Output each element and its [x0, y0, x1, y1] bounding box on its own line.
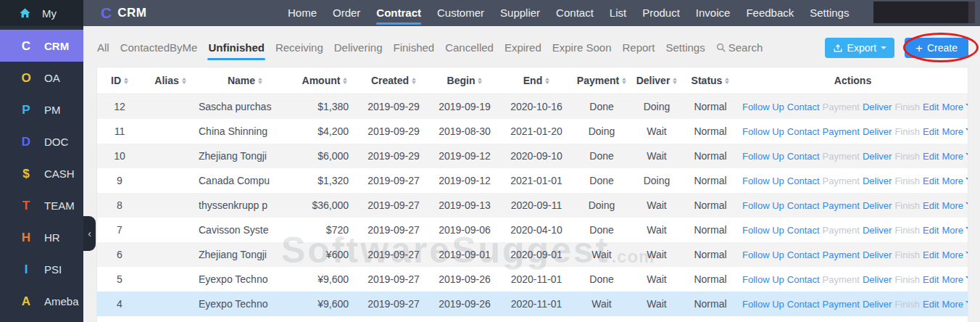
- action-follow-up[interactable]: Follow Up: [742, 176, 784, 186]
- action-edit[interactable]: Edit: [923, 102, 939, 112]
- column-header-name[interactable]: Name: [199, 75, 291, 86]
- action-edit[interactable]: Edit: [923, 126, 939, 137]
- column-header-deliver[interactable]: Deliver: [631, 75, 683, 86]
- tab-finished[interactable]: Finished: [392, 38, 435, 57]
- tab-expire-soon[interactable]: Expire Soon: [552, 38, 612, 57]
- table-row[interactable]: 10Zhejiang Tongji$6,0002019-09-292019-09…: [97, 144, 968, 168]
- action-contact[interactable]: Contact: [787, 151, 820, 162]
- table-row[interactable]: 12Sascha purchas$1,3802019-09-292019-09-…: [97, 94, 968, 119]
- table-row[interactable]: 5Eyexpo Techno¥9,6002019-09-272019-09-26…: [97, 267, 968, 292]
- sort-icon[interactable]: [622, 75, 626, 86]
- action-contact[interactable]: Contact: [787, 225, 820, 236]
- column-header-payment[interactable]: Payment: [573, 75, 631, 86]
- action-contact[interactable]: Contact: [787, 274, 820, 285]
- action-edit[interactable]: Edit: [923, 151, 939, 162]
- sidebar-item-psi[interactable]: IPSI: [0, 253, 83, 285]
- sort-icon[interactable]: [545, 75, 549, 86]
- table-row[interactable]: 7Cavisson Syste$7202019-09-272019-09-062…: [97, 218, 968, 242]
- column-header-end[interactable]: End: [500, 75, 573, 86]
- action-deliver[interactable]: Deliver: [863, 151, 892, 162]
- action-follow-up[interactable]: Follow Up: [742, 151, 784, 162]
- action-edit[interactable]: Edit: [923, 299, 939, 310]
- action-follow-up[interactable]: Follow Up: [742, 274, 784, 285]
- app-logo[interactable]: C CRM: [101, 0, 146, 26]
- top-menu-item-settings[interactable]: Settings: [810, 0, 849, 26]
- sidebar-item-doc[interactable]: DDOC: [0, 125, 83, 157]
- sidebar-item-ameba[interactable]: AAmeba: [0, 285, 83, 317]
- sort-icon[interactable]: [478, 75, 482, 86]
- sidebar-item-team[interactable]: TTEAM: [0, 189, 83, 221]
- action-more[interactable]: More: [942, 126, 968, 137]
- table-row[interactable]: 11China Shinning$4,2002019-09-292019-08-…: [97, 119, 968, 144]
- sort-icon[interactable]: [124, 75, 128, 86]
- top-menu-item-list[interactable]: List: [610, 0, 626, 26]
- sidebar-item-crm[interactable]: CCRM: [0, 30, 83, 62]
- tab-search[interactable]: Search: [715, 38, 764, 57]
- sidebar-item-my[interactable]: My: [0, 0, 83, 26]
- sort-icon[interactable]: [258, 75, 262, 86]
- column-header-amount[interactable]: Amount: [291, 75, 358, 86]
- action-follow-up[interactable]: Follow Up: [742, 200, 784, 211]
- tab-cancelled[interactable]: Cancelled: [444, 38, 494, 57]
- action-deliver[interactable]: Deliver: [863, 274, 892, 285]
- action-follow-up[interactable]: Follow Up: [742, 299, 784, 310]
- table-row[interactable]: 4Eyexpo Techno¥9,6002019-09-272019-09-26…: [97, 292, 968, 316]
- action-deliver[interactable]: Deliver: [863, 126, 892, 137]
- action-edit[interactable]: Edit: [923, 176, 939, 186]
- tab-unfinished[interactable]: Unfinished: [207, 38, 265, 57]
- action-follow-up[interactable]: Follow Up: [742, 225, 784, 236]
- tab-expired[interactable]: Expired: [504, 38, 542, 57]
- top-menu-item-product[interactable]: Product: [642, 0, 680, 26]
- action-edit[interactable]: Edit: [923, 249, 939, 260]
- action-deliver[interactable]: Deliver: [863, 200, 892, 211]
- tab-delivering[interactable]: Delivering: [333, 38, 383, 57]
- action-contact[interactable]: Contact: [787, 200, 820, 211]
- top-menu-item-supplier[interactable]: Supplier: [500, 0, 540, 26]
- column-header-status[interactable]: Status: [683, 75, 738, 86]
- export-button[interactable]: Export: [825, 38, 894, 58]
- tab-contactedbyme[interactable]: ContactedByMe: [120, 38, 199, 57]
- action-more[interactable]: More: [942, 102, 968, 112]
- action-follow-up[interactable]: Follow Up: [742, 126, 784, 137]
- action-contact[interactable]: Contact: [787, 102, 820, 112]
- top-menu-item-customer[interactable]: Customer: [437, 0, 484, 26]
- sort-icon[interactable]: [673, 75, 677, 86]
- top-menu-item-order[interactable]: Order: [333, 0, 360, 26]
- sidebar-item-cash[interactable]: $CASH: [0, 157, 83, 189]
- action-more[interactable]: More: [942, 299, 968, 310]
- column-header-begin[interactable]: Begin: [429, 75, 500, 86]
- action-follow-up[interactable]: Follow Up: [742, 249, 784, 260]
- action-payment[interactable]: Payment: [823, 200, 860, 211]
- top-menu-item-feedback[interactable]: Feedback: [746, 0, 794, 26]
- sort-icon[interactable]: [725, 75, 729, 86]
- action-contact[interactable]: Contact: [787, 126, 820, 137]
- action-payment[interactable]: Payment: [823, 299, 860, 310]
- sidebar-item-hr[interactable]: HHR: [0, 221, 83, 253]
- action-contact[interactable]: Contact: [787, 176, 820, 186]
- action-more[interactable]: More: [942, 151, 968, 162]
- tab-receiving[interactable]: Receiving: [275, 38, 324, 57]
- action-deliver[interactable]: Deliver: [863, 176, 892, 186]
- sort-icon[interactable]: [412, 75, 416, 86]
- action-deliver[interactable]: Deliver: [863, 225, 892, 236]
- action-payment[interactable]: Payment: [823, 126, 860, 137]
- action-deliver[interactable]: Deliver: [863, 249, 892, 260]
- sort-icon[interactable]: [343, 75, 347, 86]
- action-deliver[interactable]: Deliver: [863, 102, 892, 112]
- column-header-alias[interactable]: Alias: [142, 75, 199, 86]
- action-more[interactable]: More: [942, 274, 968, 285]
- table-row[interactable]: 9Canada Compu$1,3202019-09-272019-09-122…: [97, 168, 968, 193]
- sort-icon[interactable]: [182, 75, 186, 86]
- top-menu-item-contact[interactable]: Contact: [556, 0, 594, 26]
- tab-report[interactable]: Report: [621, 38, 655, 57]
- sidebar-item-pm[interactable]: PPM: [0, 94, 83, 125]
- action-follow-up[interactable]: Follow Up: [742, 102, 784, 112]
- action-more[interactable]: More: [942, 176, 968, 186]
- top-menu-item-invoice[interactable]: Invoice: [696, 0, 731, 26]
- create-button[interactable]: + Create: [905, 38, 968, 58]
- top-menu-item-contract[interactable]: Contract: [376, 0, 421, 26]
- action-contact[interactable]: Contact: [787, 249, 820, 260]
- tab-all[interactable]: All: [96, 38, 110, 57]
- action-edit[interactable]: Edit: [923, 200, 939, 211]
- action-deliver[interactable]: Deliver: [863, 299, 892, 310]
